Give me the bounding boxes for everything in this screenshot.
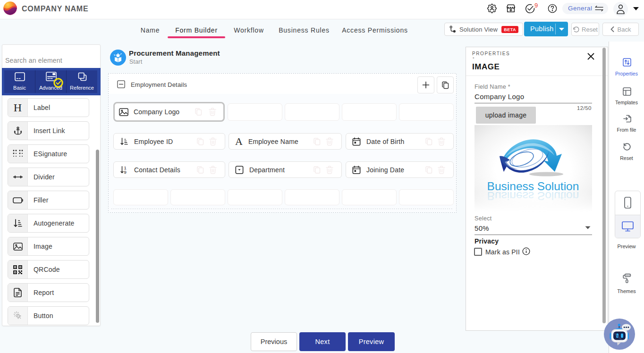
svg-text:9: 9 (124, 169, 127, 174)
